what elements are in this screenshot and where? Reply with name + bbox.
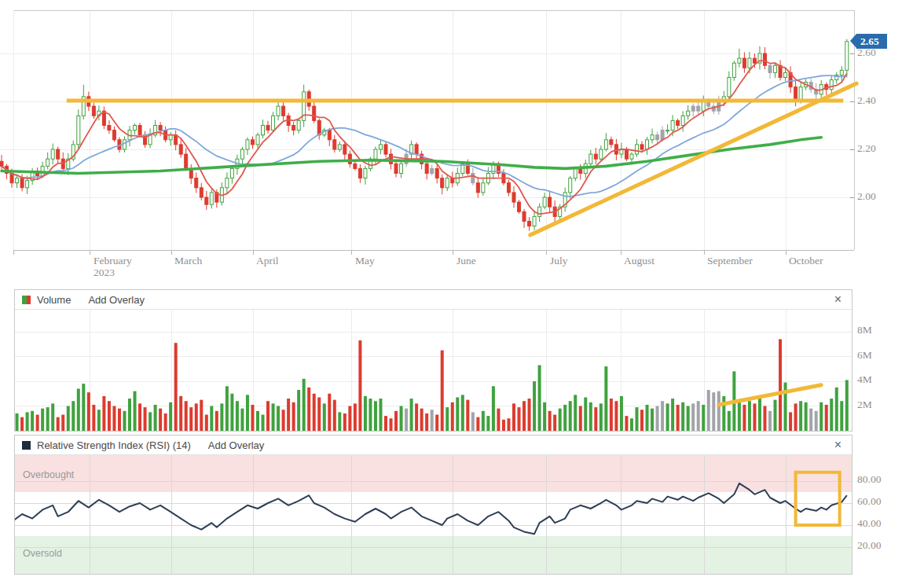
- volume-bar[interactable]: [189, 407, 192, 431]
- volume-bar[interactable]: [497, 409, 500, 431]
- volume-bar[interactable]: [164, 413, 167, 431]
- volume-bar[interactable]: [323, 403, 326, 431]
- candle[interactable]: [651, 129, 654, 144]
- volume-bar[interactable]: [789, 412, 792, 431]
- candle[interactable]: [604, 133, 607, 151]
- volume-bar[interactable]: [61, 415, 64, 431]
- volume-bar[interactable]: [57, 417, 60, 431]
- volume-bar[interactable]: [456, 397, 459, 431]
- candle[interactable]: [400, 162, 403, 178]
- volume-bar[interactable]: [92, 405, 95, 431]
- candle[interactable]: [144, 131, 147, 148]
- volume-bar[interactable]: [205, 415, 208, 431]
- volume-bar[interactable]: [543, 402, 546, 431]
- volume-bar[interactable]: [563, 405, 566, 431]
- candle[interactable]: [646, 137, 649, 155]
- candle[interactable]: [569, 176, 572, 199]
- candle[interactable]: [138, 123, 141, 138]
- volume-bar[interactable]: [379, 399, 382, 431]
- volume-bar[interactable]: [20, 417, 24, 431]
- candle[interactable]: [97, 105, 101, 120]
- volume-bar[interactable]: [185, 401, 188, 431]
- volume-bar[interactable]: [77, 388, 80, 431]
- volume-bar[interactable]: [390, 418, 393, 431]
- candle[interactable]: [548, 192, 552, 213]
- candle[interactable]: [435, 164, 438, 183]
- candle[interactable]: [282, 102, 285, 121]
- volume-bar[interactable]: [512, 403, 515, 431]
- volume-bar[interactable]: [82, 384, 85, 431]
- volume-bar[interactable]: [600, 403, 603, 431]
- volume-bar[interactable]: [635, 407, 638, 431]
- volume-bar[interactable]: [226, 386, 229, 431]
- candle[interactable]: [425, 161, 428, 179]
- candle[interactable]: [374, 146, 377, 164]
- candle[interactable]: [134, 123, 137, 134]
- candle[interactable]: [758, 46, 761, 70]
- volume-bar[interactable]: [722, 396, 725, 431]
- volume-bar[interactable]: [26, 412, 29, 431]
- candle[interactable]: [230, 165, 233, 183]
- volume-bar[interactable]: [138, 403, 141, 431]
- candle[interactable]: [348, 151, 351, 168]
- volume-bar[interactable]: [533, 381, 536, 431]
- volume-chart-canvas[interactable]: [15, 310, 852, 431]
- candle[interactable]: [57, 146, 60, 163]
- volume-bar[interactable]: [687, 406, 690, 432]
- volume-bar[interactable]: [343, 413, 346, 431]
- candle[interactable]: [266, 121, 270, 134]
- volume-bar[interactable]: [820, 402, 823, 431]
- volume-bar[interactable]: [594, 407, 597, 431]
- volume-bar[interactable]: [441, 351, 444, 431]
- volume-bar[interactable]: [46, 407, 50, 431]
- candle[interactable]: [297, 118, 300, 134]
- volume-add-overlay-button[interactable]: Add Overlay: [88, 294, 145, 306]
- candle[interactable]: [635, 139, 638, 157]
- volume-bar[interactable]: [97, 410, 101, 431]
- candle[interactable]: [507, 180, 510, 197]
- candle[interactable]: [364, 166, 367, 185]
- candle[interactable]: [687, 105, 690, 120]
- volume-bar[interactable]: [317, 397, 321, 431]
- candle[interactable]: [302, 85, 306, 127]
- price-chart-canvas[interactable]: [0, 0, 924, 285]
- volume-bar[interactable]: [358, 340, 361, 431]
- volume-bar[interactable]: [712, 392, 715, 431]
- volume-bar[interactable]: [589, 402, 592, 431]
- volume-bar[interactable]: [569, 401, 572, 431]
- volume-bar[interactable]: [522, 401, 526, 431]
- volume-bar[interactable]: [604, 366, 607, 431]
- volume-bar[interactable]: [262, 415, 265, 431]
- candle[interactable]: [16, 175, 19, 188]
- candle[interactable]: [815, 83, 818, 99]
- candle[interactable]: [774, 63, 777, 78]
- candle[interactable]: [830, 75, 833, 95]
- volume-bar[interactable]: [67, 406, 70, 432]
- candle[interactable]: [262, 119, 265, 138]
- volume-bar[interactable]: [446, 407, 449, 431]
- volume-bar[interactable]: [297, 390, 300, 431]
- candle[interactable]: [584, 160, 587, 178]
- volume-bar[interactable]: [742, 405, 746, 431]
- volume-bar[interactable]: [559, 409, 562, 431]
- volume-bar[interactable]: [779, 339, 782, 431]
- volume-bar[interactable]: [614, 401, 618, 431]
- volume-bar[interactable]: [246, 395, 249, 431]
- candle[interactable]: [108, 120, 111, 134]
- candle[interactable]: [518, 200, 521, 214]
- volume-bar[interactable]: [830, 399, 833, 431]
- candle[interactable]: [512, 186, 515, 208]
- volume-bar[interactable]: [815, 411, 818, 431]
- candle[interactable]: [154, 120, 157, 138]
- volume-bar[interactable]: [307, 388, 310, 431]
- candle[interactable]: [431, 165, 434, 175]
- volume-bar[interactable]: [748, 401, 751, 431]
- volume-bar[interactable]: [128, 399, 131, 431]
- candle[interactable]: [533, 211, 536, 230]
- candle[interactable]: [441, 175, 444, 194]
- volume-bar[interactable]: [266, 401, 270, 431]
- volume-bar[interactable]: [215, 411, 218, 431]
- volume-bar[interactable]: [112, 406, 116, 432]
- volume-close-button[interactable]: ×: [831, 292, 845, 307]
- candle[interactable]: [169, 132, 172, 145]
